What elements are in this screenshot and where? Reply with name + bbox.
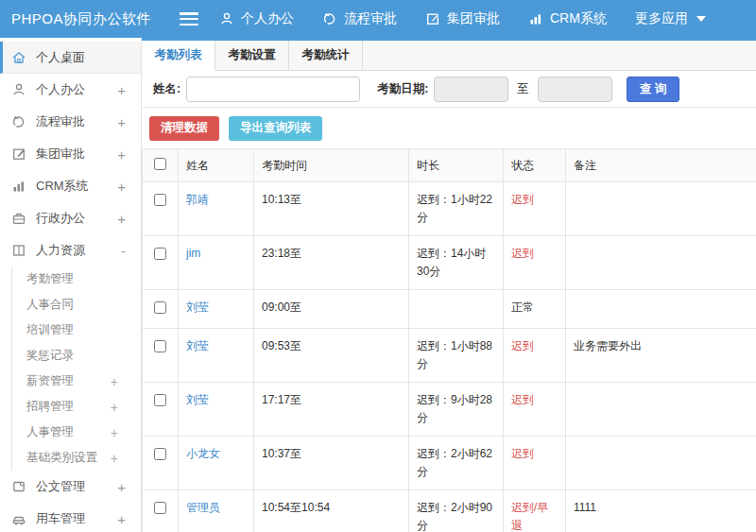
status-badge: 迟到 bbox=[511, 193, 534, 206]
clear-data-button[interactable]: 清理数据 bbox=[149, 116, 219, 141]
subitem-label: 薪资管理 bbox=[26, 373, 111, 389]
table-row: 小龙女 10:37至 迟到：2小时62分 迟到 bbox=[143, 437, 756, 490]
chart-icon bbox=[11, 179, 28, 194]
sidebar-subitem-basic-category-settings[interactable]: 基础类别设置 + bbox=[12, 445, 141, 471]
duration: 迟到：2小时62分 bbox=[409, 437, 504, 490]
tab-attendance-list[interactable]: 考勤列表 bbox=[142, 41, 215, 71]
doc-icon bbox=[11, 479, 28, 494]
chart-icon bbox=[528, 11, 543, 26]
name-label: 姓名: bbox=[153, 81, 180, 97]
expand-plus-icon[interactable]: + bbox=[117, 511, 131, 527]
sidebar-subitem-salary-management[interactable]: 薪资管理 + bbox=[12, 369, 141, 394]
status-badge: 正常 bbox=[511, 300, 534, 314]
table-row: 刘莹 09:53至 迟到：1小时88分 迟到 业务需要外出 bbox=[143, 329, 756, 383]
to-label: 至 bbox=[517, 81, 529, 97]
table-header-row: 姓名 考勤时间 时长 状态 备注 bbox=[143, 149, 756, 182]
book-icon bbox=[11, 243, 28, 258]
topnav-personal-office[interactable]: 个人办公 bbox=[219, 10, 294, 27]
query-button[interactable]: 查 询 bbox=[627, 77, 679, 102]
sidebar-subitem-recruitment-management[interactable]: 招聘管理 + bbox=[12, 394, 141, 420]
sidebar-subitem-reward-punishment[interactable]: 奖惩记录 bbox=[12, 343, 141, 369]
employee-name-link[interactable]: jim bbox=[186, 247, 200, 260]
tab-attendance-statistics[interactable]: 考勤统计 bbox=[289, 41, 363, 70]
hr-submenu: 考勤管理 人事合同 培训管理 奖惩记录 薪资管理 + 招聘管理 + bbox=[11, 266, 141, 471]
status-badge: 迟到 bbox=[511, 247, 534, 260]
expand-plus-icon[interactable]: + bbox=[111, 400, 141, 415]
sidebar-item-label: 用车管理 bbox=[36, 510, 117, 527]
briefcase-icon bbox=[11, 211, 28, 226]
employee-name-link[interactable]: 刘莹 bbox=[186, 300, 209, 314]
attendance-time: 09:53至 bbox=[254, 329, 409, 383]
row-checkbox[interactable] bbox=[154, 502, 166, 514]
attendance-time: 10:37至 bbox=[254, 437, 409, 490]
sidebar-subitem-attendance-management[interactable]: 考勤管理 bbox=[12, 266, 141, 292]
note bbox=[566, 383, 756, 437]
sidebar-item-administrative-office[interactable]: 行政办公 + bbox=[0, 202, 141, 234]
date-label: 考勤日期: bbox=[377, 81, 428, 97]
attendance-time: 10:54至10:54 bbox=[254, 490, 409, 532]
expand-plus-icon[interactable]: + bbox=[117, 82, 131, 98]
hamburger-menu-icon[interactable] bbox=[180, 12, 198, 26]
sidebar-item-personal-office[interactable]: 个人办公 + bbox=[0, 74, 141, 106]
sidebar-item-label: 人力资源 bbox=[36, 242, 121, 259]
sidebar-item-workflow-approval[interactable]: 流程审批 + bbox=[0, 106, 141, 138]
expand-plus-icon[interactable]: + bbox=[117, 211, 131, 227]
row-checkbox[interactable] bbox=[154, 448, 166, 460]
expand-plus-icon[interactable]: + bbox=[117, 146, 131, 163]
sidebar-subitem-training-management[interactable]: 培训管理 bbox=[12, 317, 141, 343]
name-input[interactable] bbox=[186, 77, 360, 102]
employee-name-link[interactable]: 刘莹 bbox=[186, 339, 209, 352]
car-icon bbox=[11, 511, 28, 526]
tab-attendance-settings[interactable]: 考勤设置 bbox=[215, 41, 289, 70]
expand-plus-icon[interactable]: + bbox=[111, 374, 141, 389]
flow-icon bbox=[322, 11, 337, 26]
export-list-button[interactable]: 导出查询列表 bbox=[229, 116, 322, 141]
row-checkbox[interactable] bbox=[154, 340, 166, 352]
collapse-minus-icon[interactable]: - bbox=[121, 243, 131, 259]
row-checkbox[interactable] bbox=[154, 194, 166, 206]
topnav-label: 流程审批 bbox=[344, 10, 397, 27]
duration: 迟到：2小时90分 早退：7小时10分 bbox=[409, 490, 504, 532]
column-header-time: 考勤时间 bbox=[254, 149, 409, 182]
note: 1111 bbox=[566, 490, 756, 532]
home-icon bbox=[11, 50, 28, 65]
topnav-label: 个人办公 bbox=[241, 10, 294, 27]
expand-plus-icon[interactable]: + bbox=[111, 451, 141, 466]
row-checkbox[interactable] bbox=[154, 301, 166, 314]
row-checkbox[interactable] bbox=[154, 248, 166, 260]
topnav-group-approval[interactable]: 集团审批 bbox=[425, 10, 500, 27]
topnav-crm-system[interactable]: CRM系统 bbox=[528, 10, 607, 27]
sidebar-subitem-personnel-management[interactable]: 人事管理 + bbox=[12, 420, 141, 445]
sidebar-item-vehicle-management[interactable]: 用车管理 + bbox=[0, 503, 141, 532]
topnav-workflow-approval[interactable]: 流程审批 bbox=[322, 10, 397, 27]
sidebar-item-human-resources[interactable]: 人力资源 - bbox=[0, 234, 141, 266]
status-badge: 迟到 bbox=[511, 339, 534, 352]
sidebar-item-crm-system[interactable]: CRM系统 + bbox=[0, 170, 141, 202]
user-icon bbox=[11, 82, 28, 97]
attendance-time: 17:17至 bbox=[254, 383, 409, 437]
employee-name-link[interactable]: 管理员 bbox=[186, 501, 220, 514]
sidebar-subitem-personnel-contract[interactable]: 人事合同 bbox=[12, 292, 141, 317]
topnav-more-apps[interactable]: 更多应用 bbox=[635, 10, 706, 27]
subitem-label: 基础类别设置 bbox=[26, 450, 111, 466]
sidebar-item-label: 个人桌面 bbox=[36, 49, 131, 66]
expand-plus-icon[interactable]: + bbox=[117, 179, 131, 195]
employee-name-link[interactable]: 小龙女 bbox=[186, 447, 220, 460]
employee-name-link[interactable]: 郭靖 bbox=[186, 193, 209, 206]
select-all-checkbox[interactable] bbox=[154, 158, 166, 170]
date-to-input[interactable] bbox=[538, 77, 612, 102]
row-checkbox[interactable] bbox=[154, 394, 166, 406]
sidebar-item-group-approval[interactable]: 集团审批 + bbox=[0, 138, 141, 170]
sidebar-item-document-management[interactable]: 公文管理 + bbox=[0, 471, 141, 503]
app-window: PHPOA协同办公软件 个人办公 流程审批 集团审批 bbox=[0, 0, 756, 532]
sidebar-item-personal-desktop[interactable]: 个人桌面 bbox=[0, 42, 141, 74]
employee-name-link[interactable]: 刘莹 bbox=[186, 393, 209, 406]
expand-plus-icon[interactable]: + bbox=[117, 479, 131, 495]
attendance-time: 23:18至 bbox=[254, 236, 409, 290]
sidebar-item-label: 行政办公 bbox=[36, 210, 117, 227]
date-from-input[interactable] bbox=[434, 77, 508, 102]
sidebar-item-label: CRM系统 bbox=[36, 178, 117, 195]
expand-plus-icon[interactable]: + bbox=[111, 425, 141, 440]
expand-plus-icon[interactable]: + bbox=[117, 114, 131, 130]
subitem-label: 人事管理 bbox=[26, 424, 111, 440]
